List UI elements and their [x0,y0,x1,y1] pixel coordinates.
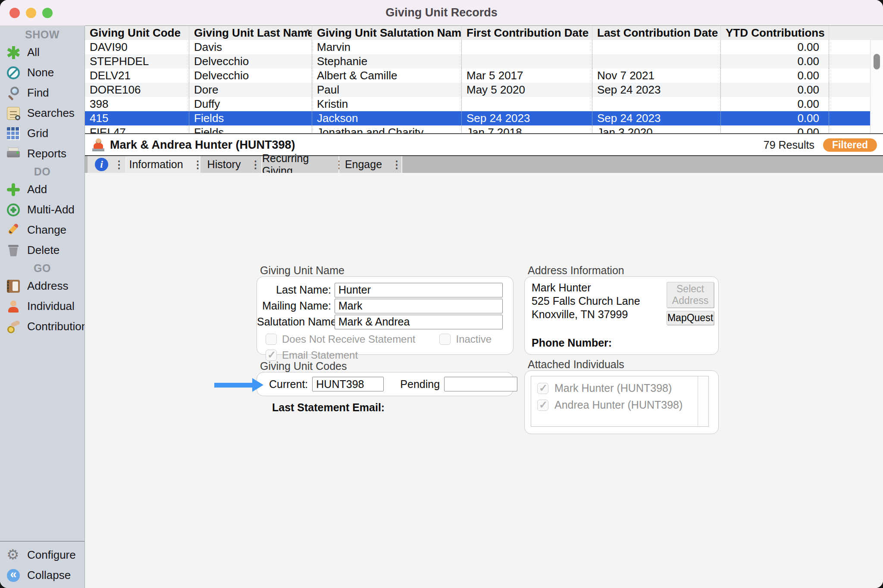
sidebar-item[interactable]: Individual [0,296,85,316]
cell-extra [829,69,870,83]
select-address-button[interactable]: Select Address [667,282,714,308]
sidebar-item[interactable]: Multi-Add [0,200,85,220]
cell-ytd: 0.00 [720,125,829,133]
cell-ytd: 0.00 [720,83,829,97]
cell-ytd: 0.00 [720,97,829,111]
sidebar-item[interactable]: All [0,42,85,63]
does-not-receive-statement-checkbox[interactable] [266,334,277,345]
table-row[interactable]: FIEL47 Fields Jonathan and Charity Jan 7… [85,125,870,133]
column-header-last-name[interactable]: ^Giving Unit Last Name [189,26,312,40]
cell-first-date: Jan 7 2018 [461,125,592,133]
current-code-input[interactable] [312,377,384,391]
individual-checkbox[interactable] [537,400,548,411]
sidebar-show-items: All None Find Searches [0,42,85,164]
window-title: Giving Unit Records [0,0,883,25]
table-row[interactable]: DAVI90 Davis Marvin 0.00 [85,40,870,54]
tab-menu-icon[interactable] [334,156,338,173]
tab-menu-icon[interactable] [114,156,118,173]
cell-ytd: 0.00 [720,111,829,125]
text-field[interactable] [335,299,503,313]
all-icon [7,46,20,59]
column-header-code[interactable]: Giving Unit Code [85,26,189,40]
current-code-label: Current: [269,378,308,391]
information-tab-content: Giving Unit Name Last Name: Mailing Name… [85,173,883,588]
attached-individuals-legend: Attached Individuals [528,358,624,371]
tab[interactable]: Information [126,156,200,173]
table-row[interactable]: DORE106 Dore Paul May 5 2020 Sep 24 2023… [85,83,870,97]
cell-first-date: Mar 5 2017 [461,69,592,83]
sidebar-item[interactable]: Change [0,220,85,240]
sidebar-item[interactable]: Add [0,179,85,200]
cell-extra [829,40,870,54]
table-row[interactable]: 398 Duffy Kristin 0.00 [85,97,870,111]
address-block: Mark Hunter 525 Falls Church Lane Knoxvi… [532,281,640,321]
table-row[interactable]: DELV21 Delvecchio Albert & Camille Mar 5… [85,69,870,83]
text-field[interactable] [335,315,503,329]
searches-icon [7,107,20,120]
cell-extra [829,83,870,97]
pending-code-input[interactable] [444,377,517,391]
list-scrollbar[interactable] [698,376,708,426]
sidebar-item[interactable]: Address [0,276,85,296]
giving-unit-codes-legend: Giving Unit Codes [260,360,347,372]
sidebar-item[interactable]: Grid [0,123,85,144]
individual-checkbox[interactable] [537,383,548,394]
email-statement-checkbox[interactable] [266,350,277,361]
sidebar-footer-item[interactable]: Collapse [0,565,85,585]
sidebar: SHOW All None Find [0,26,85,588]
sidebar-item[interactable]: Find [0,83,85,103]
sidebar-item[interactable]: Searches [0,103,85,123]
cell-salutation: Stephanie [312,54,461,69]
cell-code: DORE106 [85,83,189,97]
sidebar-item[interactable]: Reports [0,144,85,164]
column-header-first-date[interactable]: First Contribution Date [461,26,592,40]
sidebar-item[interactable]: None [0,63,85,83]
giving-unit-name-panel: Last Name: Mailing Name: Salutation Name… [257,276,514,355]
table-header-row: Giving Unit Code ^Giving Unit Last Name … [85,26,883,41]
mapquest-button[interactable]: MapQuest [667,311,714,325]
table-row[interactable]: STEPHDEL Delvecchio Stephanie 0.00 [85,54,870,69]
column-header-last-date[interactable]: Last Contribution Date [592,26,720,40]
address-information-panel: Mark Hunter 525 Falls Church Lane Knoxvi… [524,276,719,355]
tab[interactable]: Recurring Giving [262,156,339,173]
column-header-salutation[interactable]: Giving Unit Salutation Name [312,26,461,40]
cell-last-name: Delvecchio [189,54,312,69]
cell-last-date: Jan 3 2020 [592,125,720,133]
sidebar-footer-item[interactable]: Configure [0,545,85,565]
text-field[interactable] [335,283,503,297]
list-item[interactable]: Mark Hunter (HUNT398) [537,380,708,397]
tab[interactable]: Engage [339,156,402,173]
info-tab-segment[interactable] [88,156,126,173]
cell-extra [829,54,870,69]
table-row[interactable]: 415 Fields Jackson Sep 24 2023 Sep 24 20… [85,111,870,125]
delete-icon [7,244,20,257]
column-header-extra [829,26,883,40]
list-item[interactable]: Andrea Hunter (HUNT398) [537,397,708,413]
tabs: Information History Recurring Giving [126,156,402,173]
tab-menu-icon[interactable] [193,156,197,173]
giving-unit-name-legend: Giving Unit Name [260,264,344,277]
cell-salutation: Paul [312,83,461,97]
tab[interactable]: History [200,156,262,173]
table-scrollbar[interactable] [870,40,883,133]
tab-bar: Information History Recurring Giving [85,156,883,173]
column-header-ytd[interactable]: YTD Contributions [720,26,829,40]
cell-first-date [461,97,592,111]
tab-menu-icon[interactable] [391,156,396,173]
sidebar-item[interactable]: Contributions [0,316,85,337]
table-scrollbar-thumb[interactable] [874,54,880,69]
filtered-badge[interactable]: Filtered [823,138,877,152]
info-icon[interactable] [95,158,108,171]
sidebar-section-do: DO [0,164,85,179]
tab-bar-filler [402,156,883,173]
sidebar-item[interactable]: Delete [0,240,85,260]
address-buttons: Select Address MapQuest [667,282,714,325]
cell-ytd: 0.00 [720,69,829,83]
main-pane: Giving Unit Code ^Giving Unit Last Name … [85,26,883,588]
cell-extra [829,97,870,111]
tab-menu-icon[interactable] [250,156,254,173]
pending-code-label: Pending [400,378,440,391]
individual-icon [7,300,20,313]
inactive-checkbox[interactable] [439,334,451,345]
cell-salutation: Jonathan and Charity [312,125,461,133]
